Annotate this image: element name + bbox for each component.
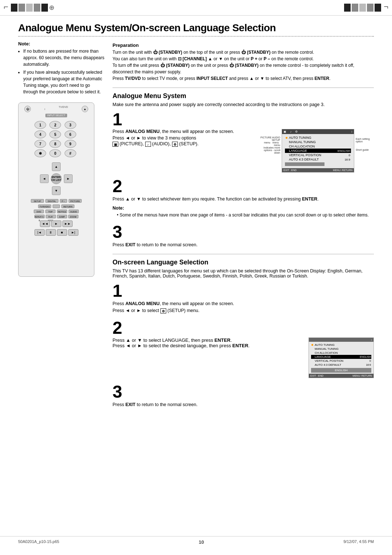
- dpad-left: ◄: [40, 174, 49, 183]
- step-2-text: Press ▲ or ▼ to select whichever item yo…: [113, 196, 374, 203]
- remote-btn-8: 8: [49, 140, 61, 148]
- remote-tv-radio-btn: TV/RADIO: [38, 204, 51, 208]
- tv2-lang-display: ENGLISH: [335, 369, 347, 372]
- dpad-right: ►: [64, 174, 73, 183]
- remote-control-image: ⏻ i TV/DVD ▲ INPUT SELECT 1 2 3 4 5 6 7 …: [18, 102, 94, 277]
- remote-btn-4: 4: [34, 130, 46, 138]
- step-2-note-text: Some of the menus have more than one pag…: [113, 212, 374, 218]
- onscreen-lang-intro: This TV has 13 different languages for m…: [113, 268, 374, 279]
- remote-p-btn: P→: [60, 199, 67, 203]
- tv-screen-body-1: AUTO TUNING MANUAL TUNING CH ALLOCATION: [282, 134, 354, 168]
- title-underline: [18, 36, 374, 37]
- tv2-lang-bar: ENGLISH: [311, 368, 371, 373]
- tv2-vert-pos: VERTICAL POSITION 0: [311, 359, 371, 363]
- lang-step-3-number: 3: [113, 383, 374, 401]
- header-bar-right-blocks: [344, 4, 381, 12]
- audio-icon: ♪: [145, 142, 151, 147]
- bar-block-5: [41, 4, 48, 12]
- corner-mark-tr: ¬: [384, 3, 388, 11]
- tv2-footer-exit: EXIT : END: [310, 374, 323, 377]
- remote-top-menu-btn: TOP: [45, 210, 56, 213]
- remote-pause-btn: ⏸: [46, 229, 56, 236]
- tv2-footer-menu: MENU: RETURN: [352, 374, 372, 377]
- tv-item-auto-43-label: AUTO 4:3 DEFAULT: [289, 158, 319, 161]
- remote-notice-btn: NOTICE: [57, 210, 67, 213]
- remote-btn-star: ✱: [34, 149, 46, 157]
- prep-line-3: To turn off the unit press ⏻ (STANDBY) o…: [113, 62, 374, 75]
- remote-return-btn: RETURN: [61, 204, 74, 208]
- tv-side-label-top: PICTURE AUDIO SETUP menu menu menu Indic…: [258, 136, 280, 154]
- remote-btn-6: 6: [65, 130, 76, 138]
- lang-step-3-content: Press EXIT to return to the normal scree…: [113, 401, 374, 408]
- remote-jump-btn: JUMP: [57, 215, 67, 218]
- tv-item-language-label: LANGUAGE: [289, 149, 307, 153]
- analogue-step-3: 3 Press EXIT to return to the normal scr…: [113, 223, 374, 248]
- tv-side-label-menu: menu menu menu: [258, 141, 280, 146]
- page-title-section: Analogue Menu System/On-screen Language …: [0, 16, 392, 41]
- step-3-number: 3: [113, 223, 374, 241]
- tv-short-guide-label: Short guide: [356, 149, 374, 151]
- remote-repeat-btn: REPEAT A-B: [34, 215, 45, 218]
- footer-date: 9/12/07, 4:55 PM: [343, 539, 374, 545]
- analogue-step-1: 1 Press ANALOG MENU, the menu will appea…: [113, 111, 374, 173]
- remote-ff-btn: ►►: [62, 220, 73, 227]
- step-2-content: Press ▲ or ▼ to select whichever item yo…: [113, 196, 374, 218]
- bar-block-r1: [344, 4, 351, 12]
- bar-block-3: [26, 4, 33, 12]
- lang-step-1-number: 1: [113, 282, 374, 300]
- remote-dvd-btn: DVD: [34, 210, 44, 213]
- remote-up-btn: ▲: [82, 106, 88, 112]
- remote-small-btns-1: SETUP DIGITAL P→ PICTURE: [27, 199, 85, 203]
- tv-screen-1: ▣ ♪ ⚙ ↕ AUTO TUNING: [282, 129, 354, 173]
- tv-side-label-indicates: Indicates more: [258, 146, 280, 149]
- tv2-manual-tuning-label: MANUAL TUNING: [315, 347, 339, 351]
- footer-file: 50A0201A_p10-15.p65: [18, 539, 59, 545]
- tv-item-vert-pos-value: 0: [349, 154, 350, 157]
- remote-picture-btn: PICTURE: [69, 199, 82, 203]
- header-crosshair: [48, 4, 55, 11]
- remote-i-label: i: [45, 106, 45, 112]
- step-1-text-2: Press ◄ or ► to view the 3 menu options: [113, 135, 253, 141]
- prep-line-2: You can also turn the unit on with ⊡ [CH…: [113, 56, 374, 62]
- right-column: Preparation Turn on the unit with ⏻ (STA…: [113, 41, 374, 413]
- tv-item-language: LANGUAGE ENGLISH: [285, 149, 351, 153]
- tv-header-aud: ♪: [290, 130, 291, 133]
- tv-item-ch-alloc-label: CH ALLOCATION: [289, 145, 315, 148]
- tv-footer-1: EXIT : END MENU: RETURN: [282, 168, 354, 172]
- left-column: Note: If no buttons are pressed for more…: [18, 41, 105, 413]
- tv2-language-selected: LANGUAGE ENGLISH: [311, 355, 371, 359]
- tv2-auto-43: AUTO 4:3 DEFAULT 16:9: [311, 363, 371, 367]
- tv2-vert-pos-value: 0: [369, 360, 371, 362]
- bar-block-r5: [375, 4, 381, 12]
- note-item-1: If no buttons are pressed for more than …: [23, 48, 105, 68]
- remote-power-btn: ⏻: [24, 106, 31, 112]
- remote-digital-btn: DIGITAL: [45, 199, 58, 203]
- note-box: Note: If no buttons are pressed for more…: [18, 41, 105, 95]
- remote-next-btn: ►|: [68, 229, 78, 236]
- step-3-content: Press EXIT to return to the normal scree…: [113, 242, 374, 248]
- step-2-note-title: Note:: [113, 206, 124, 211]
- remote-play-btn: ►: [51, 220, 61, 227]
- tv2-auto-43-value: 16:9: [366, 364, 371, 366]
- tv-header-set: ⚙: [295, 130, 298, 133]
- header-bar-left-blocks: [11, 4, 48, 12]
- page-footer: 50A0201A_p10-15.p65 10 9/12/07, 4:55 PM: [0, 536, 392, 548]
- tv-screen-1-container: PICTURE AUDIO SETUP menu menu menu Indic…: [258, 129, 374, 173]
- tv-item-auto-tuning: AUTO TUNING: [285, 135, 351, 140]
- tv-header-scroll: ↕: [351, 130, 352, 133]
- lang-step-2-text-1: Press ▲ or ▼ to select LANGUAGE, then pr…: [113, 337, 303, 343]
- tv2-dot-1: [311, 344, 313, 346]
- remote-input-row: INPUT SELECT: [45, 114, 67, 117]
- setup-icon: ⚙: [172, 142, 178, 147]
- lang-step-3: 3 Press EXIT to return to the normal scr…: [113, 383, 374, 408]
- step-2-number: 2: [113, 178, 374, 195]
- analogue-menu-heading: Analogue Menu System: [113, 92, 374, 100]
- remote-audio-btn: AUDIO: [69, 210, 79, 213]
- step-1-text: Press ANALOG MENU, the menu will appear …: [113, 129, 253, 147]
- tv-each-setting-label: Each settingoption: [356, 138, 374, 143]
- tv-screen-2: ↕ AUTO TUNING MANUAL TUNING: [309, 337, 374, 378]
- picture-icon: ▣: [113, 142, 118, 147]
- lang-step-2-number: 2: [113, 319, 374, 337]
- remote-btn-1: 1: [34, 121, 46, 129]
- lang-step-1-text-1: Press ANALOG MENU, the menu will appear …: [113, 300, 374, 307]
